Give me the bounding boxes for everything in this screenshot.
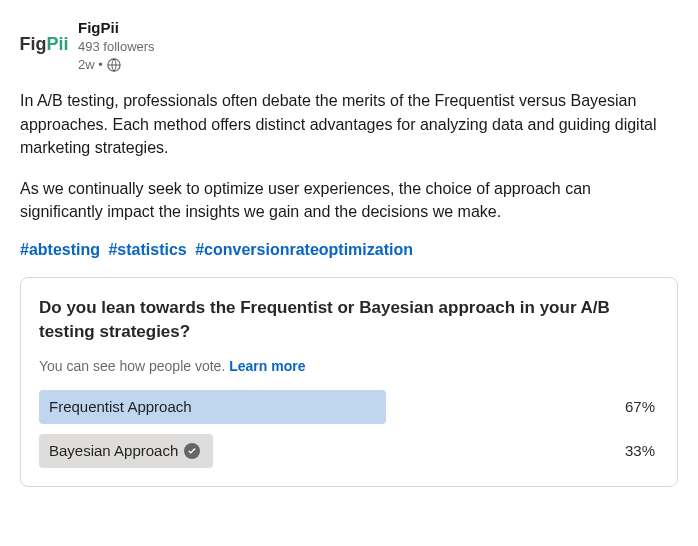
post-container: FigPii FigPii 493 followers 2w • In A/B … [0,0,698,487]
post-header: FigPii FigPii 493 followers 2w • [20,18,678,73]
poll-option-label: Bayesian Approach [39,442,200,459]
poll-subtext-row: You can see how people vote. Learn more [39,358,659,374]
followers-count: 493 followers [78,38,155,56]
poll-option-percent: 67% [625,398,659,415]
hashtag-cro[interactable]: #conversionrateoptimization [195,241,413,258]
poll-option-label-text: Bayesian Approach [49,442,178,459]
author-avatar[interactable]: FigPii [20,20,68,68]
poll-option-frequentist[interactable]: Frequentist Approach 67% [39,390,659,424]
poll-option-percent: 33% [625,442,659,459]
poll-option-label: Frequentist Approach [39,398,192,415]
poll-option-bayesian[interactable]: Bayesian Approach 33% [39,434,659,468]
avatar-text-pii: Pii [47,34,69,55]
poll-question: Do you lean towards the Frequentist or B… [39,296,659,344]
avatar-text-fig: Fig [20,34,47,55]
author-info: FigPii 493 followers 2w • [78,18,155,73]
poll-card: Do you lean towards the Frequentist or B… [20,277,678,487]
poll-subtext: You can see how people vote. [39,358,229,374]
author-name[interactable]: FigPii [78,18,155,38]
learn-more-link[interactable]: Learn more [229,358,305,374]
hashtags: #abtesting #statistics #conversionrateop… [20,241,678,259]
voted-check-icon [184,443,200,459]
hashtag-statistics[interactable]: #statistics [108,241,186,258]
poll-option-label-text: Frequentist Approach [49,398,192,415]
hashtag-abtesting[interactable]: #abtesting [20,241,100,258]
globe-icon [107,58,121,72]
post-time: 2w • [78,56,103,74]
post-time-row: 2w • [78,56,155,74]
post-body-p2: As we continually seek to optimize user … [20,177,678,223]
post-body-p1: In A/B testing, professionals often deba… [20,89,678,159]
